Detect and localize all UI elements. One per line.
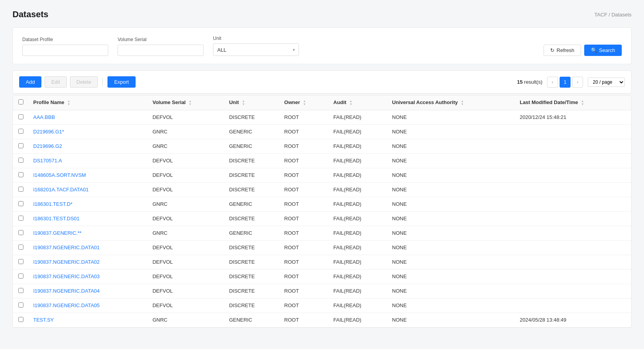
row-checkbox[interactable] [18, 172, 23, 177]
add-button[interactable]: Add [19, 76, 41, 88]
profile-name-cell[interactable]: D219696.G2 [29, 139, 148, 153]
refresh-button[interactable]: ↻ Refresh [544, 45, 581, 56]
last-modified-cell [515, 298, 631, 313]
edit-button[interactable]: Edit [45, 76, 66, 88]
owner-cell: ROOT [279, 226, 329, 240]
profile-name-header[interactable]: Profile Name ▲▼ [29, 95, 148, 110]
row-checkbox-cell [13, 298, 29, 313]
profile-name-cell[interactable]: I190837.NGENERIC.DATA03 [29, 269, 148, 284]
uaa-header[interactable]: Universal Access Authority ▲▼ [387, 95, 515, 110]
unit-cell: DISCRETE [224, 182, 279, 197]
prev-page-button[interactable]: ‹ [547, 77, 558, 88]
unit-sort-icon: ▲▼ [242, 100, 245, 106]
row-checkbox[interactable] [18, 143, 23, 148]
profile-name-cell[interactable]: AAA.BBB [29, 110, 148, 124]
page-1-button[interactable]: 1 [560, 77, 571, 88]
profile-name-cell[interactable]: I186301.TEST.D* [29, 197, 148, 211]
row-checkbox[interactable] [18, 187, 23, 192]
row-checkbox-cell [13, 284, 29, 298]
toolbar: Add Edit Delete Export 15 result(s) ‹ [13, 70, 631, 94]
profile-name-cell[interactable]: I148605A.SORT.NVSM [29, 168, 148, 182]
delete-button[interactable]: Delete [70, 76, 98, 88]
row-checkbox[interactable] [18, 114, 23, 119]
volume-serial-cell: DEFVOL [148, 182, 224, 197]
dataset-profile-input[interactable] [22, 45, 108, 56]
owner-cell: ROOT [279, 298, 329, 313]
search-button[interactable]: 🔍 Search [584, 45, 622, 56]
table-row: TEST.SY GNRC GENERIC ROOT FAIL(READ) NON… [13, 313, 631, 327]
profile-name-cell[interactable]: I190837.NGENERIC.DATA02 [29, 255, 148, 269]
audit-header[interactable]: Audit ▲▼ [329, 95, 387, 110]
next-page-button[interactable]: › [572, 77, 583, 88]
row-checkbox[interactable] [18, 288, 23, 293]
pagination: ‹ 1 › [547, 77, 583, 88]
profile-name-cell[interactable]: D219696.G1* [29, 124, 148, 139]
filter-actions: ↻ Refresh 🔍 Search [544, 45, 622, 56]
audit-cell: FAIL(READ) [329, 153, 387, 168]
unit-header[interactable]: Unit ▲▼ [224, 95, 279, 110]
row-checkbox[interactable] [18, 259, 23, 264]
volume-serial-header[interactable]: Volume Serial ▲▼ [148, 95, 224, 110]
profile-name-cell[interactable]: I168201A.TACF.DATA01 [29, 182, 148, 197]
per-page-select[interactable]: 20 / page 50 / page 100 / page [588, 77, 625, 87]
row-checkbox[interactable] [18, 216, 23, 221]
volume-serial-cell: DEFVOL [148, 153, 224, 168]
last-modified-header[interactable]: Last Modified Date/Time ▲▼ [515, 95, 631, 110]
owner-header[interactable]: Owner ▲▼ [279, 95, 329, 110]
row-checkbox[interactable] [18, 201, 23, 206]
profile-name-cell[interactable]: I190837.NGENERIC.DATA05 [29, 298, 148, 313]
uaa-cell: NONE [387, 197, 515, 211]
volume-serial-cell: DEFVOL [148, 298, 224, 313]
last-modified-cell [515, 153, 631, 168]
row-checkbox-cell [13, 211, 29, 226]
unit-cell: GENERIC [224, 197, 279, 211]
last-modified-cell [515, 168, 631, 182]
per-page-selector[interactable]: 20 / page 50 / page 100 / page [588, 77, 625, 87]
owner-cell: ROOT [279, 139, 329, 153]
owner-cell: ROOT [279, 240, 329, 255]
owner-cell: ROOT [279, 110, 329, 124]
row-checkbox[interactable] [18, 273, 23, 279]
unit-cell: DISCRETE [224, 284, 279, 298]
owner-cell: ROOT [279, 313, 329, 327]
audit-cell: FAIL(READ) [329, 139, 387, 153]
search-icon: 🔍 [591, 47, 597, 53]
uaa-cell: NONE [387, 182, 515, 197]
export-button[interactable]: Export [107, 76, 136, 88]
unit-cell: GENERIC [224, 124, 279, 139]
volume-serial-input[interactable] [118, 45, 204, 56]
profile-name-cell[interactable]: I190837.NGENERIC.DATA01 [29, 240, 148, 255]
row-checkbox[interactable] [18, 317, 23, 322]
uaa-cell: NONE [387, 284, 515, 298]
row-checkbox[interactable] [18, 129, 23, 134]
owner-cell: ROOT [279, 211, 329, 226]
profile-name-cell[interactable]: I190837.NGENERIC.DATA04 [29, 284, 148, 298]
refresh-icon: ↻ [550, 47, 555, 53]
profile-name-cell[interactable]: DS170571.A [29, 153, 148, 168]
volume-serial-cell: DEFVOL [148, 269, 224, 284]
profile-name-cell[interactable]: TEST.SY [29, 313, 148, 327]
table-row: I190837.NGENERIC.DATA02 DEFVOL DISCRETE … [13, 255, 631, 269]
row-checkbox-cell [13, 182, 29, 197]
select-all-checkbox[interactable] [18, 99, 23, 104]
unit-cell: DISCRETE [224, 168, 279, 182]
profile-name-cell[interactable]: I190837.GENERIC.** [29, 226, 148, 240]
profile-name-cell[interactable]: I186301.TEST.DS01 [29, 211, 148, 226]
row-checkbox-cell [13, 313, 29, 327]
select-all-header [13, 95, 29, 110]
toolbar-right: 15 result(s) ‹ 1 › 20 / page 50 / page 1… [517, 77, 625, 88]
table-row: AAA.BBB DEFVOL DISCRETE ROOT FAIL(READ) … [13, 110, 631, 124]
unit-cell: DISCRETE [224, 211, 279, 226]
owner-cell: ROOT [279, 269, 329, 284]
row-checkbox[interactable] [18, 302, 23, 308]
uaa-cell: NONE [387, 124, 515, 139]
last-modified-cell [515, 139, 631, 153]
unit-select[interactable]: ALL [213, 43, 299, 56]
audit-cell: FAIL(READ) [329, 313, 387, 327]
row-checkbox[interactable] [18, 245, 23, 250]
volume-serial-cell: DEFVOL [148, 110, 224, 124]
results-text: 15 result(s) [517, 79, 542, 85]
row-checkbox[interactable] [18, 230, 23, 235]
row-checkbox[interactable] [18, 158, 23, 163]
owner-cell: ROOT [279, 153, 329, 168]
